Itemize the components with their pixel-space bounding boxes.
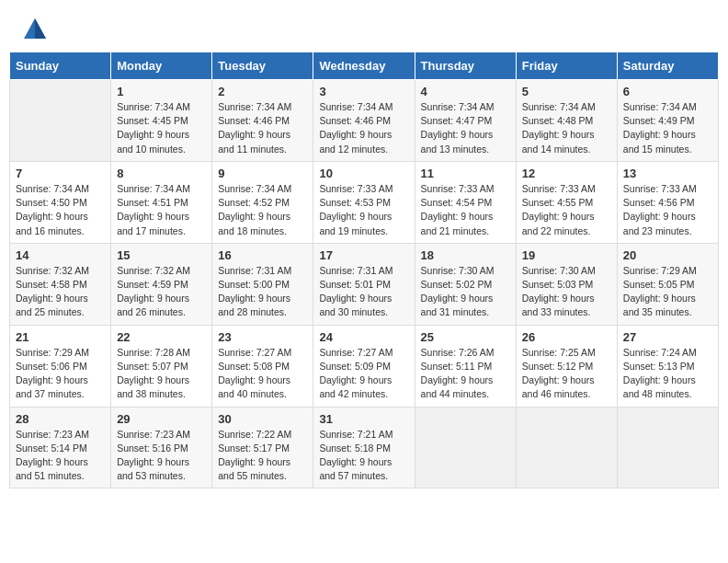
day-info: Sunrise: 7:33 AMSunset: 4:54 PMDaylight:… (421, 182, 510, 238)
calendar-cell: 4Sunrise: 7:34 AMSunset: 4:47 PMDaylight… (415, 80, 516, 162)
week-row-4: 21Sunrise: 7:29 AMSunset: 5:06 PMDayligh… (10, 325, 719, 407)
day-header-sunday: Sunday (10, 52, 111, 80)
day-number: 26 (522, 330, 611, 344)
day-info: Sunrise: 7:27 AMSunset: 5:08 PMDaylight:… (218, 346, 307, 402)
day-info: Sunrise: 7:33 AMSunset: 4:55 PMDaylight:… (522, 182, 611, 238)
day-info: Sunrise: 7:26 AMSunset: 5:11 PMDaylight:… (421, 346, 510, 402)
day-number: 6 (623, 85, 712, 98)
week-row-3: 14Sunrise: 7:32 AMSunset: 4:58 PMDayligh… (10, 243, 719, 325)
calendar-cell: 18Sunrise: 7:30 AMSunset: 5:02 PMDayligh… (415, 243, 516, 325)
calendar-cell: 26Sunrise: 7:25 AMSunset: 5:12 PMDayligh… (516, 325, 617, 407)
day-number: 18 (421, 248, 510, 262)
day-header-monday: Monday (111, 52, 212, 80)
calendar-cell: 20Sunrise: 7:29 AMSunset: 5:05 PMDayligh… (617, 243, 718, 325)
calendar-cell: 10Sunrise: 7:33 AMSunset: 4:53 PMDayligh… (313, 161, 415, 243)
calendar-cell (516, 407, 617, 488)
calendar-cell: 6Sunrise: 7:34 AMSunset: 4:49 PMDaylight… (617, 80, 718, 162)
logo (22, 17, 50, 42)
calendar-cell: 3Sunrise: 7:34 AMSunset: 4:46 PMDaylight… (313, 80, 415, 162)
page: SundayMondayTuesdayWednesdayThursdayFrid… (0, 0, 728, 563)
day-info: Sunrise: 7:23 AMSunset: 5:16 PMDaylight:… (117, 428, 206, 484)
week-row-2: 7Sunrise: 7:34 AMSunset: 4:50 PMDaylight… (10, 161, 719, 243)
day-info: Sunrise: 7:33 AMSunset: 4:53 PMDaylight:… (319, 182, 408, 238)
calendar-cell: 19Sunrise: 7:30 AMSunset: 5:03 PMDayligh… (516, 243, 617, 325)
calendar-cell: 14Sunrise: 7:32 AMSunset: 4:58 PMDayligh… (10, 243, 111, 325)
day-info: Sunrise: 7:34 AMSunset: 4:48 PMDaylight:… (522, 100, 611, 156)
calendar-cell: 27Sunrise: 7:24 AMSunset: 5:13 PMDayligh… (617, 325, 718, 407)
calendar-cell: 1Sunrise: 7:34 AMSunset: 4:45 PMDaylight… (111, 80, 212, 162)
day-info: Sunrise: 7:23 AMSunset: 5:14 PMDaylight:… (16, 428, 105, 484)
logo-icon (22, 17, 48, 42)
day-number: 3 (319, 85, 408, 98)
day-number: 29 (117, 412, 206, 426)
day-info: Sunrise: 7:34 AMSunset: 4:47 PMDaylight:… (421, 100, 510, 156)
day-number: 15 (117, 248, 206, 262)
day-info: Sunrise: 7:25 AMSunset: 5:12 PMDaylight:… (522, 346, 611, 402)
day-info: Sunrise: 7:30 AMSunset: 5:02 PMDaylight:… (421, 264, 510, 320)
header-row: SundayMondayTuesdayWednesdayThursdayFrid… (10, 52, 719, 80)
calendar-cell: 7Sunrise: 7:34 AMSunset: 4:50 PMDaylight… (10, 161, 111, 243)
svg-marker-1 (35, 18, 46, 39)
header (0, 0, 728, 52)
day-info: Sunrise: 7:21 AMSunset: 5:18 PMDaylight:… (319, 428, 408, 484)
day-number: 10 (319, 167, 408, 180)
calendar-cell: 17Sunrise: 7:31 AMSunset: 5:01 PMDayligh… (313, 243, 415, 325)
calendar-table: SundayMondayTuesdayWednesdayThursdayFrid… (9, 52, 719, 488)
calendar-cell: 24Sunrise: 7:27 AMSunset: 5:09 PMDayligh… (313, 325, 415, 407)
day-number: 22 (117, 330, 206, 344)
day-header-thursday: Thursday (415, 52, 516, 80)
calendar-cell (415, 407, 516, 488)
calendar-cell: 28Sunrise: 7:23 AMSunset: 5:14 PMDayligh… (10, 407, 111, 488)
calendar-cell: 12Sunrise: 7:33 AMSunset: 4:55 PMDayligh… (516, 161, 617, 243)
day-info: Sunrise: 7:28 AMSunset: 5:07 PMDaylight:… (117, 346, 206, 402)
day-info: Sunrise: 7:22 AMSunset: 5:17 PMDaylight:… (218, 428, 307, 484)
calendar-cell: 11Sunrise: 7:33 AMSunset: 4:54 PMDayligh… (415, 161, 516, 243)
calendar-cell: 15Sunrise: 7:32 AMSunset: 4:59 PMDayligh… (111, 243, 212, 325)
calendar-cell: 31Sunrise: 7:21 AMSunset: 5:18 PMDayligh… (313, 407, 415, 488)
day-number: 19 (522, 248, 611, 262)
calendar-cell: 22Sunrise: 7:28 AMSunset: 5:07 PMDayligh… (111, 325, 212, 407)
day-number: 11 (421, 167, 510, 180)
calendar-cell: 2Sunrise: 7:34 AMSunset: 4:46 PMDaylight… (212, 80, 313, 162)
day-number: 28 (16, 412, 105, 426)
day-number: 31 (319, 412, 408, 426)
calendar-cell (617, 407, 718, 488)
week-row-5: 28Sunrise: 7:23 AMSunset: 5:14 PMDayligh… (10, 407, 719, 488)
day-number: 16 (218, 248, 307, 262)
day-number: 2 (218, 85, 307, 98)
day-info: Sunrise: 7:24 AMSunset: 5:13 PMDaylight:… (623, 346, 712, 402)
day-info: Sunrise: 7:34 AMSunset: 4:52 PMDaylight:… (218, 182, 307, 238)
day-header-friday: Friday (516, 52, 617, 80)
day-info: Sunrise: 7:27 AMSunset: 5:09 PMDaylight:… (319, 346, 408, 402)
calendar-cell: 16Sunrise: 7:31 AMSunset: 5:00 PMDayligh… (212, 243, 313, 325)
day-number: 27 (623, 330, 712, 344)
day-info: Sunrise: 7:32 AMSunset: 4:59 PMDaylight:… (117, 264, 206, 320)
calendar-cell (10, 80, 111, 162)
calendar-cell: 23Sunrise: 7:27 AMSunset: 5:08 PMDayligh… (212, 325, 313, 407)
day-number: 17 (319, 248, 408, 262)
day-number: 30 (218, 412, 307, 426)
day-header-tuesday: Tuesday (212, 52, 313, 80)
day-number: 13 (623, 167, 712, 180)
day-number: 7 (16, 167, 105, 180)
day-header-wednesday: Wednesday (313, 52, 415, 80)
calendar-cell: 29Sunrise: 7:23 AMSunset: 5:16 PMDayligh… (111, 407, 212, 488)
day-info: Sunrise: 7:31 AMSunset: 5:00 PMDaylight:… (218, 264, 307, 320)
calendar-cell: 9Sunrise: 7:34 AMSunset: 4:52 PMDaylight… (212, 161, 313, 243)
calendar-cell: 30Sunrise: 7:22 AMSunset: 5:17 PMDayligh… (212, 407, 313, 488)
calendar-cell: 25Sunrise: 7:26 AMSunset: 5:11 PMDayligh… (415, 325, 516, 407)
day-info: Sunrise: 7:34 AMSunset: 4:46 PMDaylight:… (218, 100, 307, 156)
day-number: 21 (16, 330, 105, 344)
day-info: Sunrise: 7:34 AMSunset: 4:50 PMDaylight:… (16, 182, 105, 238)
calendar-cell: 8Sunrise: 7:34 AMSunset: 4:51 PMDaylight… (111, 161, 212, 243)
calendar-cell: 5Sunrise: 7:34 AMSunset: 4:48 PMDaylight… (516, 80, 617, 162)
day-number: 5 (522, 85, 611, 98)
day-info: Sunrise: 7:34 AMSunset: 4:46 PMDaylight:… (319, 100, 408, 156)
day-number: 12 (522, 167, 611, 180)
day-number: 23 (218, 330, 307, 344)
day-number: 24 (319, 330, 408, 344)
day-number: 20 (623, 248, 712, 262)
calendar-wrap: SundayMondayTuesdayWednesdayThursdayFrid… (0, 52, 728, 498)
calendar-cell: 21Sunrise: 7:29 AMSunset: 5:06 PMDayligh… (10, 325, 111, 407)
day-info: Sunrise: 7:30 AMSunset: 5:03 PMDaylight:… (522, 264, 611, 320)
